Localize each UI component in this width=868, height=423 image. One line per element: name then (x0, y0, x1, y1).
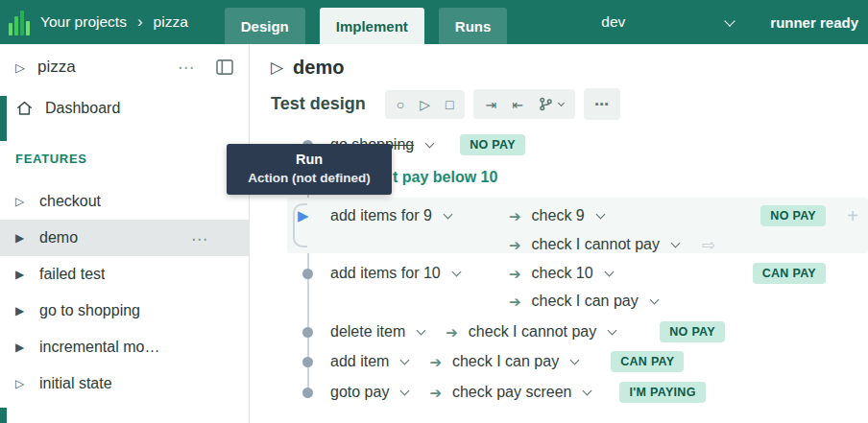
step-row-add-items-for-10[interactable]: add items for 10 ➔ check 10 CAN PAY (250, 261, 868, 286)
app-header: Your projects › pizza Design Implement R… (0, 0, 868, 44)
step-bullet (302, 327, 313, 338)
play-outline-icon: ▷ (15, 196, 32, 207)
play-outline-icon: ▷ (15, 61, 32, 74)
sidebar-item-label: incremental mo… (39, 339, 159, 356)
arrow-right-icon: ➔ (509, 238, 521, 252)
home-icon (15, 100, 34, 117)
breadcrumb-project[interactable]: pizza (154, 13, 188, 31)
chevron-down-icon[interactable] (417, 325, 426, 335)
status-badge: NO PAY (760, 205, 826, 226)
chevron-down-icon[interactable] (595, 209, 605, 219)
breadcrumb: Your projects › pizza (40, 12, 188, 32)
sidebar-project-row[interactable]: ▷ pizza ⋯ (0, 44, 249, 88)
step-row-add-items-for-9[interactable]: ▶ add items for 9 ➔ check 9 NO PAY + (250, 203, 868, 228)
step-label[interactable]: add item (330, 353, 389, 370)
play-filled-icon: ▶ (15, 269, 32, 280)
step-row-goto-pay[interactable]: goto pay ➔ check pay screen I'M PAYING (250, 380, 868, 405)
check-label[interactable]: check I can pay (452, 353, 559, 370)
check-label[interactable]: check I cannot pay (532, 236, 660, 253)
more-options-icon[interactable]: ⋯ (178, 59, 195, 76)
arrow-right-icon: ➔ (429, 355, 442, 369)
sidebar-item-dashboard[interactable]: Dashboard (0, 88, 249, 129)
check-label[interactable]: check I can pay (532, 293, 639, 310)
env-dropdown[interactable]: dev (601, 13, 735, 31)
tab-runs[interactable]: Runs (439, 8, 508, 44)
arrow-right-icon: ➔ (509, 209, 521, 223)
step-label[interactable]: add items for 10 (330, 265, 441, 282)
step-row-add-item[interactable]: add item ➔ check I can pay CAN PAY (250, 349, 868, 374)
arrow-right-icon: ➔ (509, 294, 521, 309)
sidebar-item-checkout[interactable]: ▷ checkout (0, 183, 249, 220)
check-label[interactable]: check 10 (532, 265, 593, 282)
status-badge: NO PAY (460, 134, 525, 155)
play-filled-icon: ▶ (15, 305, 32, 317)
breadcrumb-your-projects[interactable]: Your projects (40, 13, 127, 31)
step-bullet (302, 357, 313, 367)
add-step-icon[interactable]: + (847, 203, 858, 228)
app-logo-icon[interactable] (9, 10, 30, 35)
play-filled-icon: ▶ (15, 341, 32, 353)
sidebar-item-go-to-shopping[interactable]: ▶ go to shopping (0, 293, 249, 329)
run-step-button[interactable]: ▶ (298, 206, 309, 225)
chevron-down-icon[interactable] (649, 294, 659, 304)
check-row-cannot-pay[interactable]: ➔ check I cannot pay ⇨ (250, 232, 868, 257)
sidebar-item-label: failed test (39, 266, 105, 283)
run-tooltip: Run Action (not defined) (227, 144, 392, 195)
sidebar-item-failed-test[interactable]: ▶ failed test (0, 256, 249, 293)
sidebar-item-label: initial state (39, 375, 112, 392)
step-bullet (302, 388, 313, 398)
step-bullet (302, 269, 313, 279)
scenario-heading[interactable]: t pay below 10 (393, 169, 497, 186)
tooltip-title: Run (232, 152, 386, 167)
check-label[interactable]: check pay screen (452, 384, 572, 401)
check-label[interactable]: check I cannot pay (469, 323, 596, 341)
sidebar-item-label: checkout (39, 193, 101, 210)
chevron-down-icon[interactable] (604, 267, 614, 276)
features-list: ▷ checkout ▶ demo ⋯ ▶ failed test ▶ go t… (0, 183, 249, 402)
breadcrumb-separator-icon: › (137, 12, 143, 32)
chevron-down-icon[interactable] (425, 138, 435, 148)
status-badge: CAN PAY (753, 263, 826, 284)
play-outline-icon: ▷ (15, 378, 32, 389)
sidebar-item-label: go to shopping (39, 302, 140, 319)
features-section-label: FEATURES (15, 152, 249, 166)
chevron-down-icon[interactable] (400, 355, 410, 364)
play-filled-icon: ▶ (15, 232, 32, 244)
check-label[interactable]: check 9 (532, 207, 585, 224)
chevron-down-icon[interactable] (400, 386, 410, 395)
runner-status: runner ready (770, 14, 858, 31)
chevron-down-icon[interactable] (583, 386, 592, 395)
tab-implement[interactable]: Implement (320, 8, 424, 44)
chevron-down-icon[interactable] (451, 267, 461, 276)
sidebar: ▷ pizza ⋯ Dashboard FEATURES ▷ checkout … (0, 44, 250, 423)
sidebar-item-label: Dashboard (45, 100, 120, 117)
step-label[interactable]: add items for 9 (330, 207, 432, 224)
chevron-down-icon[interactable] (570, 355, 580, 364)
status-badge: CAN PAY (611, 351, 684, 372)
step-label[interactable]: goto pay (330, 384, 389, 401)
project-name[interactable]: pizza (37, 58, 178, 77)
add-check-arrow-icon[interactable]: ⇨ (702, 237, 715, 253)
header-tabs: Design Implement Runs (225, 8, 508, 44)
tooltip-subtitle: Action (not defined) (232, 171, 386, 185)
sidebar-item-incremental[interactable]: ▶ incremental mo… (0, 329, 249, 365)
status-badge: I'M PAYING (619, 382, 705, 403)
scenario-tree: go shopping NO PAY t pay below 10 ▶ add … (250, 44, 868, 423)
more-options-icon[interactable]: ⋯ (191, 231, 208, 247)
sidebar-item-initial-state[interactable]: ▷ initial state (0, 365, 249, 402)
chevron-down-icon[interactable] (608, 325, 617, 335)
sidebar-accent-bar (0, 408, 7, 423)
step-label[interactable]: delete item (330, 323, 405, 341)
check-row-can-pay[interactable]: ➔ check I can pay (250, 289, 868, 314)
sidebar-item-label: demo (39, 229, 78, 247)
sidebar-accent-bar (0, 96, 7, 141)
collapse-sidebar-icon[interactable] (216, 59, 233, 75)
sidebar-item-demo[interactable]: ▶ demo ⋯ (0, 220, 249, 256)
arrow-right-icon: ➔ (509, 267, 521, 281)
tab-design[interactable]: Design (225, 8, 305, 44)
chevron-down-icon[interactable] (443, 209, 452, 219)
chevron-down-icon[interactable] (671, 238, 681, 247)
arrow-right-icon: ➔ (446, 325, 458, 340)
step-row-delete-item[interactable]: delete item ➔ check I cannot pay NO PAY (250, 319, 868, 344)
status-badge: NO PAY (660, 321, 725, 342)
